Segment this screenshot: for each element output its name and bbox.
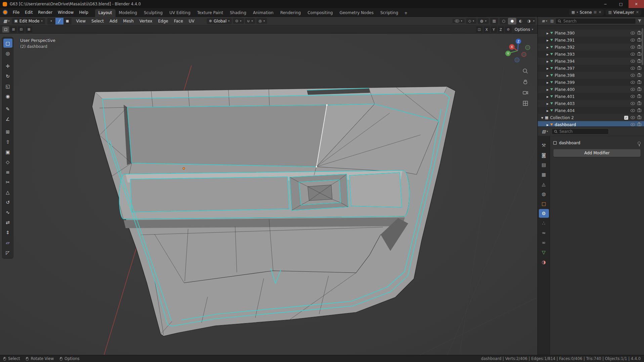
tab-output[interactable]: ▤ bbox=[539, 160, 549, 169]
collection-checkbox[interactable]: ✓ bbox=[624, 116, 628, 120]
ortho-grid-icon[interactable] bbox=[522, 100, 529, 107]
expand-icon[interactable]: ▸ bbox=[547, 59, 549, 64]
wireframe-shading-button[interactable]: ○ bbox=[500, 18, 508, 24]
tab-constraints[interactable]: ∞ bbox=[539, 238, 549, 247]
outliner-row[interactable]: ▸ Plane.392 bbox=[538, 44, 644, 51]
hide-viewport-icon[interactable] bbox=[631, 74, 635, 77]
disable-render-icon[interactable] bbox=[637, 109, 641, 112]
tool-cursor[interactable]: ◎ bbox=[3, 49, 12, 58]
rendered-shading-button[interactable]: ◑ bbox=[525, 18, 533, 24]
tool-inset-faces[interactable]: ▣ bbox=[3, 147, 12, 156]
tab-tool[interactable]: ⚒ bbox=[539, 141, 549, 150]
disable-render-icon[interactable] bbox=[637, 81, 641, 84]
menu-vertex[interactable]: Vertex bbox=[137, 17, 155, 25]
hide-viewport-icon[interactable] bbox=[631, 53, 635, 56]
disable-render-icon[interactable] bbox=[637, 39, 641, 42]
expand-icon[interactable]: ▸ bbox=[547, 73, 549, 78]
workspace-tab-geometry-nodes[interactable]: Geometry Nodes bbox=[336, 9, 377, 17]
gizmo-z-label[interactable]: Z bbox=[517, 40, 519, 43]
tab-view-layer[interactable]: ▦ bbox=[539, 170, 549, 179]
hide-viewport-icon[interactable] bbox=[631, 95, 635, 98]
workspace-tab-compositing[interactable]: Compositing bbox=[304, 9, 336, 17]
blender-logo-icon[interactable] bbox=[3, 10, 8, 15]
outliner-search-input[interactable] bbox=[563, 19, 634, 23]
outliner-row[interactable]: ▸ Plane.400 bbox=[538, 86, 644, 93]
tool-spin[interactable]: ↺ bbox=[3, 198, 12, 207]
menu-edit[interactable]: Edit bbox=[22, 8, 35, 17]
workspace-tab-uv-editing[interactable]: UV Editing bbox=[166, 9, 194, 17]
xray-toggle[interactable]: ▥ bbox=[490, 18, 498, 24]
disable-render-icon[interactable] bbox=[637, 46, 641, 49]
menu-file[interactable]: File bbox=[10, 8, 22, 17]
disable-render-icon[interactable] bbox=[637, 123, 641, 126]
new-scene-icon[interactable]: ⊞ bbox=[594, 10, 597, 14]
expand-icon[interactable]: ▸ bbox=[547, 45, 549, 50]
menu-face[interactable]: Face bbox=[172, 17, 185, 25]
outliner-row[interactable]: ▸ Plane.393 bbox=[538, 51, 644, 58]
workspace-tab-texture-paint[interactable]: Texture Paint bbox=[194, 9, 226, 17]
pin-icon[interactable] bbox=[638, 142, 641, 145]
tool-shrink-fatten[interactable]: ⇕ bbox=[3, 228, 12, 237]
editor-type-button[interactable]: ▦ ▾ bbox=[2, 19, 11, 23]
tool-transform[interactable]: ◉ bbox=[3, 92, 12, 101]
pivot-point-dropdown[interactable]: ⊙ ▾ bbox=[233, 18, 244, 24]
face-select-button[interactable]: ■ bbox=[63, 18, 72, 24]
tab-scene[interactable]: ◬ bbox=[539, 180, 549, 189]
filter-funnel-icon[interactable] bbox=[638, 19, 642, 23]
material-shading-button[interactable]: ◐ bbox=[516, 18, 525, 24]
navigation-gizmo[interactable]: Z X Y bbox=[504, 37, 531, 64]
hide-viewport-icon[interactable] bbox=[631, 116, 635, 119]
remove-viewlayer-icon[interactable]: ✕ bbox=[636, 10, 639, 14]
disable-render-icon[interactable] bbox=[637, 102, 641, 105]
properties-search-input[interactable] bbox=[559, 129, 606, 134]
tool-knife[interactable]: ✂ bbox=[3, 177, 12, 187]
outliner-collection-row[interactable]: ▾ ▦ Collection 2 ✓ bbox=[538, 114, 644, 121]
mode-dropdown[interactable]: ▣ Edit Mode ▾ bbox=[12, 18, 45, 24]
tab-material[interactable]: ◑ bbox=[539, 258, 549, 266]
tool-loop-cut[interactable]: ≡ bbox=[3, 167, 12, 176]
disable-render-icon[interactable] bbox=[637, 88, 641, 91]
disable-render-icon[interactable] bbox=[637, 95, 641, 98]
hide-viewport-icon[interactable] bbox=[631, 39, 635, 42]
mirror-x-toggle[interactable]: X bbox=[484, 27, 490, 33]
tool-bevel[interactable]: ◇ bbox=[3, 157, 12, 166]
menu-window[interactable]: Window bbox=[55, 8, 76, 17]
menu-render[interactable]: Render bbox=[35, 8, 55, 17]
outliner-scrollbar[interactable] bbox=[642, 28, 643, 65]
outliner-row[interactable]: ▸ Plane.404 bbox=[538, 107, 644, 114]
disable-render-icon[interactable] bbox=[637, 116, 641, 119]
snap-dropdown[interactable]: ∪ ▾ bbox=[245, 18, 255, 24]
outliner-active-object-row[interactable]: ▸ dashboard bbox=[538, 121, 644, 126]
tab-physics[interactable]: ≈ bbox=[539, 228, 549, 237]
camera-view-icon[interactable] bbox=[522, 89, 529, 96]
transform-orientation-dropdown[interactable]: ⊕ Global ▾ bbox=[207, 18, 232, 24]
tool-move[interactable]: ✛ bbox=[3, 61, 12, 70]
hide-viewport-icon[interactable] bbox=[631, 81, 635, 84]
menu-help[interactable]: Help bbox=[76, 8, 91, 17]
close-button[interactable]: ✕ bbox=[629, 0, 644, 8]
tab-world[interactable]: ◍ bbox=[539, 190, 549, 198]
add-modifier-button[interactable]: Add Modifier bbox=[553, 149, 641, 157]
tool-measure[interactable]: ∠ bbox=[3, 114, 12, 123]
outliner-row[interactable]: ▸ Plane.397 bbox=[538, 65, 644, 72]
expand-icon[interactable]: ▸ bbox=[547, 80, 549, 85]
outliner-row[interactable]: ▸ Plane.399 bbox=[538, 79, 644, 86]
tab-particles[interactable]: ∴ bbox=[539, 219, 549, 227]
mirror-icon[interactable]: ◫ bbox=[476, 27, 483, 33]
select-intersect-button[interactable]: ⊠ bbox=[26, 27, 32, 33]
outliner-row[interactable]: ▸ Plane.403 bbox=[538, 100, 644, 107]
solid-shading-button[interactable]: ● bbox=[508, 18, 516, 24]
expand-icon[interactable]: ▸ bbox=[547, 108, 549, 113]
object-visibility-dropdown[interactable]: ▾ bbox=[453, 19, 465, 23]
menu-select[interactable]: Select bbox=[89, 17, 106, 25]
expand-icon[interactable]: ▸ bbox=[547, 31, 549, 36]
outliner-row[interactable]: ▸ Plane.391 bbox=[538, 37, 644, 44]
hide-viewport-icon[interactable] bbox=[631, 32, 635, 35]
outliner-row[interactable]: ▸ Plane.394 bbox=[538, 58, 644, 65]
pan-hand-icon[interactable] bbox=[522, 79, 529, 85]
outliner-editor-type-button[interactable]: ≡ ▾ bbox=[540, 19, 549, 23]
expand-icon[interactable]: ▸ bbox=[547, 38, 549, 43]
expand-icon[interactable]: ▸ bbox=[547, 87, 549, 92]
overlays-dropdown[interactable]: ◍ ▾ bbox=[478, 18, 489, 24]
tool-edge-slide[interactable]: ⇄ bbox=[3, 218, 12, 227]
